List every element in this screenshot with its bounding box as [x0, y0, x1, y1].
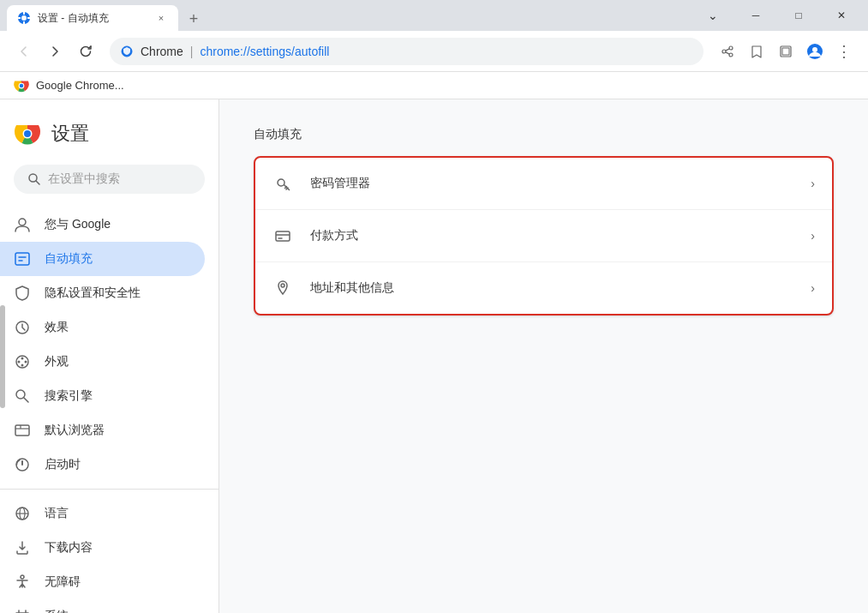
payment-label: 付款方式: [310, 228, 793, 243]
menu-button[interactable]: ⋮: [830, 38, 858, 65]
svg-point-31: [25, 361, 27, 364]
back-button: [10, 38, 38, 65]
autofill-item-payment[interactable]: 付款方式 ›: [255, 210, 832, 262]
address-url: chrome://settings/autofill: [200, 45, 329, 58]
svg-point-45: [278, 179, 284, 186]
address-bar[interactable]: Chrome | chrome://settings/autofill: [110, 38, 703, 65]
tab-close-button[interactable]: ×: [154, 11, 168, 25]
sidebar-item-privacy[interactable]: 隐私设置和安全性: [0, 276, 205, 310]
default-browser-icon: [14, 422, 31, 439]
tab-favicon: [17, 11, 31, 25]
svg-point-13: [812, 47, 817, 52]
minimize-button[interactable]: ─: [736, 0, 775, 31]
autofill-item-passwords[interactable]: 密码管理器 ›: [255, 158, 832, 210]
svg-point-49: [281, 284, 284, 287]
location-pin-icon: [272, 278, 293, 298]
tab-view-icon: [779, 45, 793, 58]
svg-rect-36: [15, 425, 29, 436]
settings-chrome-logo: [14, 120, 41, 147]
sidebar-header: 设置: [0, 113, 218, 165]
bookmark-button[interactable]: [743, 38, 770, 65]
svg-point-24: [19, 219, 26, 225]
active-tab[interactable]: 设置 - 自动填充 ×: [7, 5, 178, 31]
main-content: 设置 在设置中搜索: [0, 99, 868, 613]
svg-point-17: [20, 83, 24, 87]
system-icon: [14, 608, 31, 613]
svg-rect-46: [276, 231, 290, 241]
svg-rect-2: [23, 12, 25, 15]
sidebar-title: 设置: [51, 121, 89, 147]
content-area: 自动填充 密码管理器 ›: [219, 99, 868, 613]
address-separator: |: [190, 45, 194, 58]
bookmark-label[interactable]: Google Chrome...: [36, 79, 124, 92]
sidebar-item-downloads[interactable]: 下载内容: [0, 531, 205, 565]
window-controls: ⌄ ─ □ ✕: [693, 0, 861, 31]
tab-title: 设置 - 自动填充: [38, 11, 147, 26]
svg-point-1: [21, 15, 27, 21]
person-icon: [14, 216, 31, 233]
sidebar-label-autofill: 自动填充: [45, 251, 93, 267]
search-icon: [27, 172, 41, 186]
forward-button[interactable]: [41, 38, 69, 65]
address-scheme: Chrome: [141, 45, 183, 58]
forward-icon: [48, 45, 62, 58]
share-button[interactable]: [714, 38, 741, 65]
svg-rect-25: [15, 253, 29, 265]
chrome-logo: [14, 78, 29, 93]
sidebar-item-default-browser[interactable]: 默认浏览器: [0, 413, 205, 448]
new-tab-button[interactable]: +: [182, 7, 206, 31]
maximize-button[interactable]: □: [779, 0, 818, 31]
sidebar-search-wrapper: 在设置中搜索: [0, 165, 218, 207]
sidebar-label-accessibility: 无障碍: [45, 574, 81, 590]
sidebar-item-search-engine[interactable]: 搜索引擎: [0, 379, 205, 413]
appearance-icon: [14, 353, 31, 370]
back-icon: [17, 45, 31, 58]
sidebar-item-autofill[interactable]: 自动填充: [0, 242, 205, 276]
autofill-card: 密码管理器 › 付款方式 ›: [254, 156, 834, 316]
sidebar: 设置 在设置中搜索: [0, 99, 219, 613]
settings-search-bar[interactable]: 在设置中搜索: [14, 165, 205, 194]
sidebar-item-system[interactable]: 系统: [0, 599, 205, 613]
sidebar-label-downloads: 下载内容: [45, 540, 93, 556]
tab-view-button[interactable]: [772, 38, 799, 65]
address-bar-container[interactable]: Chrome | chrome://settings/autofill: [110, 38, 703, 65]
sidebar-label-system: 系统: [45, 609, 69, 613]
sidebar-label-default-browser: 默认浏览器: [45, 423, 105, 438]
nav-bar: Chrome | chrome://settings/autofill: [0, 31, 868, 72]
svg-rect-5: [27, 17, 30, 19]
autofill-item-address[interactable]: 地址和其他信息 ›: [255, 262, 832, 314]
sidebar-item-google-account[interactable]: 您与 Google: [0, 207, 205, 242]
password-key-icon: [272, 173, 293, 194]
payment-arrow-icon: ›: [811, 229, 815, 243]
search-placeholder: 在设置中搜索: [48, 171, 120, 187]
autofill-section-title: 自动填充: [254, 127, 834, 142]
payment-card-icon: [272, 225, 293, 246]
startup-icon: [14, 456, 31, 473]
sidebar-label-appearance: 外观: [45, 354, 69, 370]
languages-icon: [14, 505, 31, 522]
sidebar-item-appearance[interactable]: 外观: [0, 345, 205, 379]
sidebar-scrollbar-thumb[interactable]: [0, 305, 5, 408]
chevron-down-button[interactable]: ⌄: [693, 0, 733, 31]
sidebar-item-startup[interactable]: 启动时: [0, 448, 205, 482]
downloads-icon: [14, 539, 31, 556]
svg-line-23: [36, 181, 39, 184]
passwords-label: 密码管理器: [310, 176, 793, 191]
shield-icon: [14, 285, 31, 302]
sidebar-item-performance[interactable]: 效果: [0, 310, 205, 345]
autofill-icon: [14, 250, 31, 267]
sidebar-divider: [0, 489, 218, 490]
sidebar-label-startup: 启动时: [45, 457, 81, 472]
tab-strip: 设置 - 自动填充 × +: [7, 0, 693, 31]
refresh-button[interactable]: [72, 38, 99, 65]
close-button[interactable]: ✕: [822, 0, 861, 31]
svg-point-33: [18, 361, 21, 364]
title-bar: 设置 - 自动填充 × + ⌄ ─ □ ✕: [0, 0, 868, 31]
accessibility-icon: [14, 574, 31, 591]
sidebar-item-languages[interactable]: 语言: [0, 496, 205, 531]
profile-button[interactable]: [801, 38, 829, 65]
sidebar-item-accessibility[interactable]: 无障碍: [0, 565, 205, 599]
svg-point-21: [24, 130, 31, 137]
svg-line-8: [726, 48, 730, 50]
svg-line-35: [24, 398, 28, 402]
